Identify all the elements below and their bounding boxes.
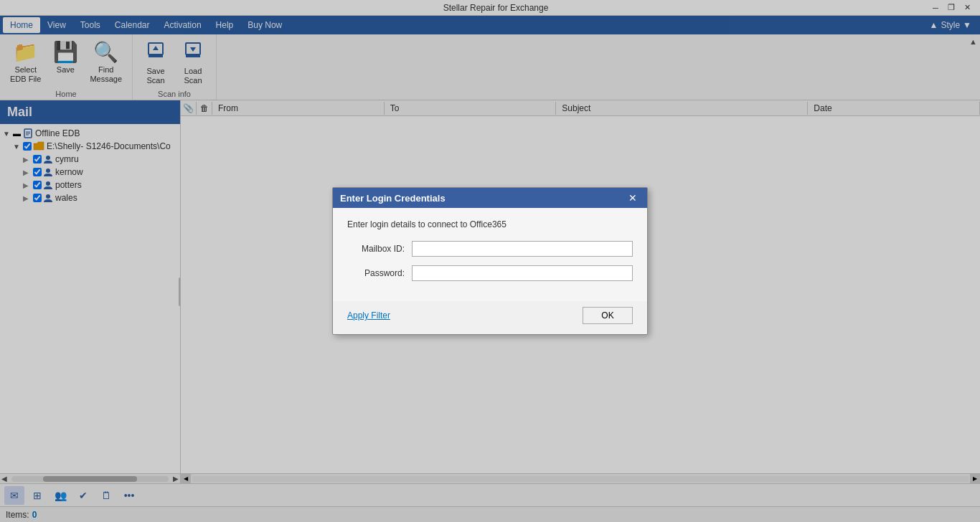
- dialog-description: Enter login details to connect to Office…: [347, 219, 633, 229]
- password-label: Password:: [347, 268, 412, 278]
- dialog-titlebar: Enter Login Credentials ✕: [333, 188, 647, 208]
- dialog-close-button[interactable]: ✕: [626, 192, 640, 204]
- mailbox-id-label: Mailbox ID:: [347, 244, 412, 254]
- dialog-overlay: Enter Login Credentials ✕ Enter login de…: [0, 0, 980, 522]
- apply-filter-button[interactable]: Apply Filter: [347, 310, 390, 321]
- ok-button[interactable]: OK: [583, 307, 633, 324]
- mailbox-id-input[interactable]: [412, 241, 633, 257]
- password-input[interactable]: [412, 265, 633, 281]
- login-credentials-dialog: Enter Login Credentials ✕ Enter login de…: [332, 187, 648, 335]
- dialog-footer: Apply Filter OK: [333, 301, 647, 334]
- mailbox-id-row: Mailbox ID:: [347, 241, 633, 257]
- password-row: Password:: [347, 265, 633, 281]
- dialog-body: Enter login details to connect to Office…: [333, 208, 647, 301]
- dialog-title: Enter Login Credentials: [340, 193, 446, 204]
